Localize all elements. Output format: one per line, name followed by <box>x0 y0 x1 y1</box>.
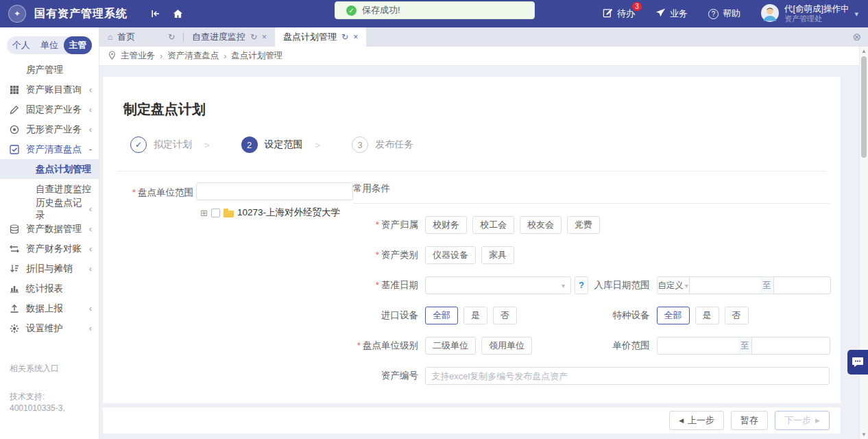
step-set-scope: 2 设定范围 <box>241 137 303 153</box>
database-icon <box>10 224 21 234</box>
imported-option[interactable]: 否 <box>493 307 517 324</box>
asset-belong-option[interactable]: 党费 <box>567 216 600 234</box>
section-rule <box>353 203 830 204</box>
step-arrow-icon: > <box>315 140 321 150</box>
related-systems-link[interactable]: 相关系统入口 <box>10 363 89 375</box>
nav-business[interactable]: 业务 <box>655 8 688 20</box>
breadcrumb-item[interactable]: 资产清查盘点 <box>167 50 219 62</box>
unit-scope-input[interactable] <box>196 182 353 200</box>
sidebar-item-fixed-asset[interactable]: 固定资产业务 ‹ <box>0 99 99 119</box>
sidebar-item-intangible-asset[interactable]: 无形资产业务 ‹ <box>0 119 99 139</box>
scroll-down-arrow[interactable]: ▼ <box>860 431 868 438</box>
base-date-field: 基准日期 ▾ ? <box>353 276 592 294</box>
step-done-check-icon: ✓ <box>130 137 147 153</box>
close-all-tabs-icon[interactable]: ⊗ <box>852 31 861 43</box>
sidebar-menu: 房产管理 资产账目查询 ‹ 固定资产业务 ‹ 无形资产业务 ‹ 资产清查盘点 -… <box>0 60 99 338</box>
sidebar-item-asset-data[interactable]: 资产数据管理 ‹ <box>0 219 99 239</box>
base-date-select[interactable]: ▾ <box>425 276 571 294</box>
chevron-icon: ‹ <box>89 204 92 214</box>
nav-help[interactable]: ? 帮助 <box>708 8 740 20</box>
base-date-help-button[interactable]: ? <box>575 276 588 294</box>
asset-belong-option[interactable]: 校工会 <box>472 216 514 234</box>
unit-level-option[interactable]: 领用单位 <box>481 337 532 355</box>
app-header: ✦ 国有资产管理系统 ✓ 保存成功! 待办 3 业务 ? 帮助 代[俞萌成]操作… <box>0 0 868 27</box>
asset-belong-option[interactable]: 校财务 <box>425 216 467 234</box>
sidebar-item-inventory-plan[interactable]: 盘点计划管理 <box>0 159 99 179</box>
close-icon[interactable]: × <box>262 32 267 42</box>
breadcrumb-separator: › <box>160 51 162 61</box>
sidebar-item-finance-reconcile[interactable]: 资产财务对账 ‹ <box>0 239 99 259</box>
nav-todo-label: 待办 <box>617 8 635 20</box>
special-option[interactable]: 否 <box>725 307 749 324</box>
plan-card: 制定盘点计划 ✓ 拟定计划 > 2 设定范围 > 3 发布任务 盘点单位范围 <box>103 77 841 403</box>
sidebar-item-inventory-check[interactable]: 资产清查盘点 - <box>0 139 99 159</box>
app-logo-icon: ✦ <box>8 5 26 23</box>
vertical-scrollbar[interactable]: ▲ ▼ <box>859 47 868 439</box>
special-option[interactable]: 全部 <box>657 307 690 324</box>
tab-inventory-plan[interactable]: 盘点计划管理 ↻ × <box>275 27 366 47</box>
asset-category-option[interactable]: 家具 <box>481 246 514 264</box>
next-step-button[interactable]: 下一步 ▶ <box>775 411 830 430</box>
role-supervisor[interactable]: 主管 <box>64 36 92 54</box>
tree-checkbox[interactable] <box>211 209 220 217</box>
tab-self-check-monitor[interactable]: 自查进度监控 ↻ × <box>184 27 275 47</box>
price-to-input[interactable] <box>751 337 830 355</box>
storage-date-to-input[interactable] <box>773 276 831 294</box>
imported-option[interactable]: 是 <box>463 307 487 324</box>
scroll-up-arrow[interactable]: ▲ <box>860 48 868 54</box>
storage-date-mode-select[interactable]: 自定义 ▾ <box>657 276 690 294</box>
tab-home[interactable]: ⌂ 首页 ↻ <box>99 27 183 47</box>
unit-tree-node: ⊞ 10273-上海对外经贸大学 <box>200 206 353 219</box>
step-publish-task: 3 发布任务 <box>352 137 413 153</box>
tree-expand-icon[interactable]: ⊞ <box>200 209 208 217</box>
save-draft-button[interactable]: 暂存 <box>731 411 768 430</box>
unit-level-label: 盘点单位级别 <box>353 340 418 352</box>
role-personal[interactable]: 个人 <box>7 36 35 54</box>
chat-widget-button[interactable] <box>847 350 868 375</box>
asset-belong-option[interactable]: 校友会 <box>520 216 562 234</box>
imported-option[interactable]: 全部 <box>425 307 458 324</box>
row-dates: 基准日期 ▾ ? 入库日期范围 自定义 ▾ <box>353 276 830 294</box>
breadcrumb-item[interactable]: 盘点计划管理 <box>231 50 282 62</box>
sidebar-item-account-query[interactable]: 资产账目查询 ‹ <box>0 80 99 99</box>
refresh-icon[interactable]: ↻ <box>168 32 175 42</box>
chevron-icon: ‹ <box>89 323 92 333</box>
sidebar-item-data-report[interactable]: 数据上报 ‹ <box>0 298 99 318</box>
location-pin-icon <box>108 51 116 62</box>
sidebar-item-statistics[interactable]: 统计报表 <box>0 278 99 298</box>
chevron-icon: ‹ <box>89 244 92 254</box>
asset-no-input[interactable] <box>425 367 830 385</box>
user-menu[interactable]: 代[俞萌成]操作中 资产管理处 ▾ <box>761 4 858 24</box>
nav-todo[interactable]: 待办 3 <box>603 8 635 20</box>
refresh-icon[interactable]: ↻ <box>250 32 257 42</box>
special-option[interactable]: 是 <box>695 307 719 324</box>
refresh-icon[interactable]: ↻ <box>341 32 348 42</box>
role-unit[interactable]: 单位 <box>35 36 63 54</box>
sidebar-item-history-records[interactable]: 历史盘点记录 ‹ <box>0 199 99 219</box>
asset-no-label: 资产编号 <box>353 370 418 382</box>
price-from-input[interactable] <box>657 337 739 355</box>
price-range-field: 单价范围 至 <box>592 337 830 355</box>
tree-node-label[interactable]: 10273-上海对外经贸大学 <box>237 206 340 219</box>
asset-category-option[interactable]: 仪器设备 <box>425 246 476 264</box>
chevron-icon: ‹ <box>89 104 92 115</box>
scrollbar-thumb[interactable] <box>861 56 867 158</box>
success-check-icon: ✓ <box>346 5 357 16</box>
storage-date-from-input[interactable] <box>689 276 761 294</box>
sidebar-item-settings[interactable]: 设置维护 ‹ <box>0 318 99 338</box>
sidebar-collapse-icon[interactable] <box>151 9 160 19</box>
page-title: 制定盘点计划 <box>123 100 841 119</box>
check-square-icon <box>10 145 21 154</box>
sidebar-item-depreciation[interactable]: 折旧与摊销 ‹ <box>0 259 99 278</box>
sidebar-item-house-mgmt[interactable]: 房产管理 <box>0 60 99 80</box>
arrow-left-icon: ◀ <box>679 417 684 424</box>
user-dept: 资产管理处 <box>784 14 849 23</box>
user-name: 代[俞萌成]操作中 <box>784 4 849 14</box>
prev-step-button[interactable]: ◀ 上一步 <box>669 411 724 430</box>
close-icon[interactable]: × <box>353 32 358 42</box>
breadcrumb-item[interactable]: 主管业务 <box>121 50 155 62</box>
unit-level-option[interactable]: 二级单位 <box>425 337 476 355</box>
home-icon[interactable] <box>173 9 183 19</box>
breadcrumb-separator: › <box>224 51 226 61</box>
role-switcher: 个人 单位 主管 <box>7 36 92 54</box>
